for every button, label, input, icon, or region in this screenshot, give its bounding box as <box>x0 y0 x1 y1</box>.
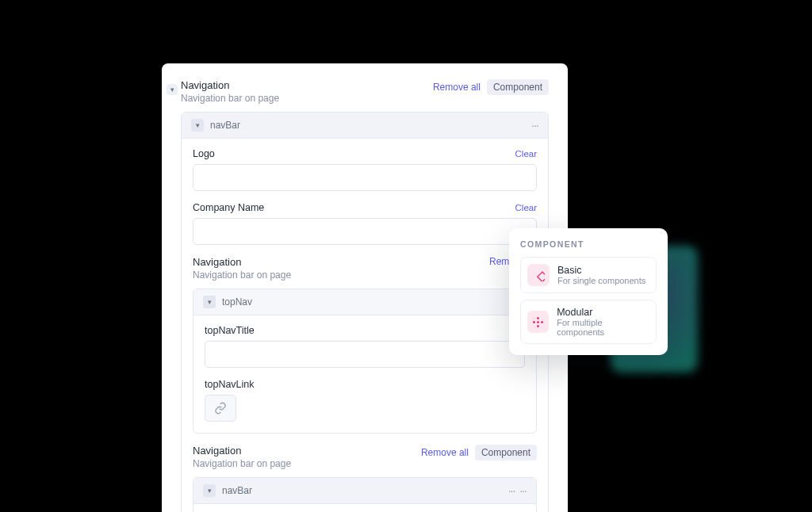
section-navigation-3: Navigation Navigation bar on page Remove… <box>193 445 537 512</box>
section-title: Navigation <box>193 445 291 457</box>
remove-all-link[interactable]: Remove all <box>433 82 481 93</box>
logo-input[interactable] <box>193 164 537 191</box>
section-subtitle: Navigation bar on page <box>193 458 291 469</box>
more-menu-icon[interactable]: ··· <box>531 120 538 131</box>
svg-rect-1 <box>537 316 540 319</box>
collapse-icon[interactable]: ▾ <box>203 296 216 308</box>
section-title: Navigation <box>181 79 279 91</box>
editor-panel: ▾ Navigation Navigation bar on page Remo… <box>162 63 568 512</box>
collapse-icon[interactable]: ▾ <box>191 119 204 132</box>
field-label: topNavTitle <box>205 325 255 336</box>
card-name: topNav <box>222 296 252 308</box>
popover-item-title: Modular <box>557 307 649 318</box>
component-chip[interactable]: Component <box>487 79 549 95</box>
link-icon[interactable] <box>205 395 236 422</box>
section-navigation-2: Navigation Navigation bar on page Remove… <box>193 256 537 434</box>
popover-item-sub: For multiple components <box>557 318 649 337</box>
card-name: navBar <box>222 485 252 496</box>
component-popover: COMPONENT Basic For single components Mo… <box>509 228 668 355</box>
grid-diamond-icon <box>527 311 549 333</box>
popover-heading: COMPONENT <box>520 239 657 249</box>
remove-all-link[interactable]: Remove all <box>421 447 469 458</box>
diamond-icon <box>527 264 550 286</box>
popover-item-modular[interactable]: Modular For multiple components <box>520 300 657 344</box>
field-logo: Logo Clear <box>193 148 537 191</box>
card-topnav: ▾ topNav topNavTitle <box>193 288 537 434</box>
collapse-icon[interactable]: ▾ <box>167 84 178 95</box>
component-chip[interactable]: Component <box>475 445 537 460</box>
collapse-icon[interactable]: ▾ <box>203 484 216 497</box>
topnav-title-input[interactable] <box>205 341 525 368</box>
svg-rect-4 <box>541 320 544 323</box>
clear-link[interactable]: Clear <box>515 203 537 212</box>
section-navigation-1: ▾ Navigation Navigation bar on page Remo… <box>181 79 549 512</box>
field-topnav-title: topNavTitle <box>205 325 525 368</box>
section-subtitle: Navigation bar on page <box>181 93 279 104</box>
more-menu-icon[interactable]: ··· <box>508 485 515 496</box>
svg-rect-5 <box>537 320 540 323</box>
more-menu-icon[interactable]: ··· <box>519 485 527 496</box>
popover-item-title: Basic <box>557 265 645 276</box>
svg-rect-3 <box>533 320 536 323</box>
field-label: Company Name <box>193 202 264 213</box>
field-company-name: Company Name Clear ▾ <box>193 202 537 245</box>
popover-item-basic[interactable]: Basic For single components <box>520 257 657 293</box>
card-name: navBar <box>210 120 240 131</box>
section-subtitle: Navigation bar on page <box>193 269 291 281</box>
card-navbar-2: ▾ navBar ··· ··· subNavTitle <box>193 477 537 512</box>
clear-link[interactable]: Clear <box>515 149 537 159</box>
field-label: topNavLink <box>205 379 255 390</box>
popover-item-sub: For single components <box>557 276 645 285</box>
field-topnav-link: topNavLink <box>205 379 525 422</box>
section-title: Navigation <box>193 256 291 268</box>
company-name-select[interactable] <box>193 218 537 245</box>
card-navbar: ▾ navBar ··· Logo Clear Company <box>181 112 549 512</box>
svg-rect-0 <box>537 272 544 281</box>
svg-rect-2 <box>537 324 540 327</box>
field-label: Logo <box>193 148 215 159</box>
